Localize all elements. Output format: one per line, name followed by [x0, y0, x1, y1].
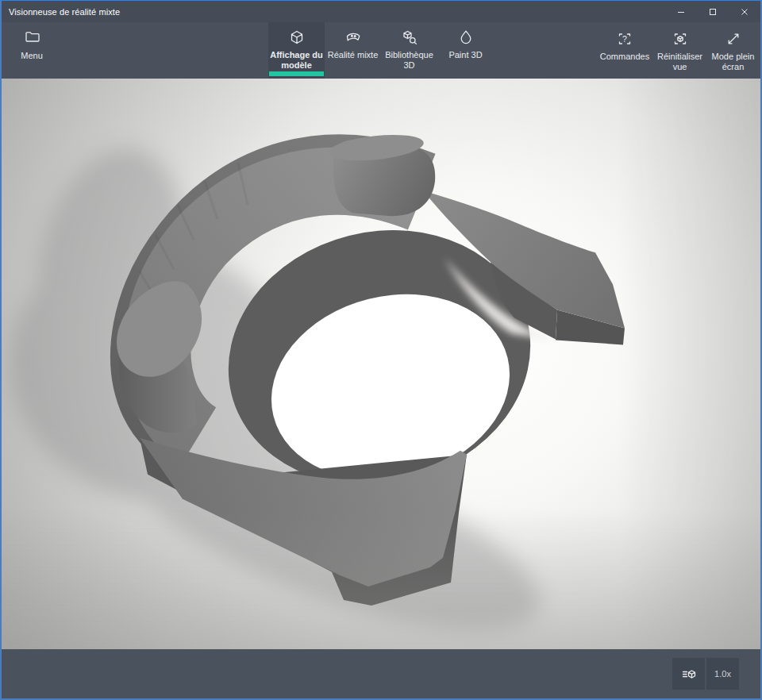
toolbar-actions: ? Commandes Réinitialiser vue Mode plein…: [596, 22, 760, 79]
action-label: Mode plein écran: [706, 52, 760, 72]
close-icon: [741, 8, 749, 16]
tab-bar: Affichage du modèle Réalité mixte Biblio…: [268, 22, 494, 79]
library-3d-icon: [402, 29, 418, 45]
toolbar: Menu Affichage du modèle Réalité mixte: [2, 22, 760, 79]
reset-view-icon: [672, 31, 688, 47]
tab-label: Paint 3D: [437, 50, 494, 60]
fullscreen-icon: [725, 31, 741, 47]
maximize-button[interactable]: [697, 1, 729, 22]
tab-paint-3d[interactable]: Paint 3D: [437, 22, 494, 79]
maximize-icon: [709, 8, 717, 16]
reset-view-button[interactable]: Réinitialiser vue: [653, 22, 706, 79]
tab-model-view[interactable]: Affichage du modèle: [268, 22, 325, 79]
action-label: Réinitialiser vue: [653, 52, 706, 72]
window-controls: [665, 1, 760, 22]
tab-mixed-reality[interactable]: Réalité mixte: [325, 22, 381, 79]
menu-button[interactable]: Menu: [13, 29, 51, 60]
animation-speed-button[interactable]: [672, 658, 705, 690]
fullscreen-button[interactable]: Mode plein écran: [706, 22, 760, 79]
animation-speed-icon: [681, 666, 697, 682]
titlebar: Visionneuse de réalité mixte: [2, 1, 760, 22]
zoom-level-label: 1.0x: [714, 669, 731, 679]
droplet-icon: [458, 29, 474, 45]
model-viewport[interactable]: [2, 79, 760, 649]
folder-icon: [24, 29, 40, 44]
tab-label: Bibliothèque 3D: [381, 50, 437, 71]
bottombar: 1.0x: [2, 649, 760, 698]
commands-icon: ?: [617, 31, 633, 47]
minimize-icon: [677, 8, 685, 16]
question-glyph: ?: [622, 34, 627, 44]
minimize-button[interactable]: [665, 1, 697, 22]
commands-button[interactable]: ? Commandes: [596, 22, 653, 79]
window-title: Visionneuse de réalité mixte: [2, 7, 120, 17]
tab-label: Affichage du modèle: [268, 50, 325, 71]
menu-label: Menu: [13, 51, 51, 60]
right-vignette: [619, 79, 760, 649]
app-window: Visionneuse de réalité mixte Menu: [0, 0, 762, 700]
cube-icon: [289, 29, 305, 45]
mixed-reality-icon: [345, 29, 361, 45]
close-button[interactable]: [729, 1, 760, 22]
tab-label: Réalité mixte: [325, 50, 381, 60]
action-label: Commandes: [596, 52, 653, 62]
zoom-level-button[interactable]: 1.0x: [706, 658, 739, 690]
viewport-canvas[interactable]: [2, 79, 760, 649]
tab-3d-library[interactable]: Bibliothèque 3D: [381, 22, 437, 79]
